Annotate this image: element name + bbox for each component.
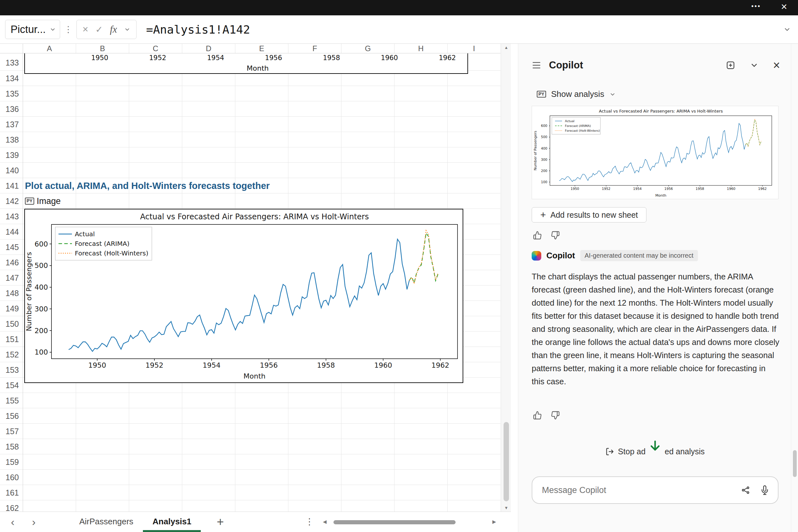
svg-text:Month: Month: [656, 193, 667, 197]
row-header[interactable]: 142: [0, 193, 23, 209]
scroll-to-bottom-arrow-icon[interactable]: [649, 439, 662, 454]
row-header[interactable]: 143: [0, 209, 23, 224]
sheet-tab-airpassengers[interactable]: AirPassengers: [70, 512, 143, 532]
hamburger-menu-icon[interactable]: [532, 60, 541, 70]
window-close-icon[interactable]: ×: [781, 1, 787, 13]
row-header[interactable]: 160: [0, 470, 23, 485]
row-header[interactable]: 147: [0, 270, 23, 285]
column-header[interactable]: C: [129, 44, 182, 53]
enter-check-icon[interactable]: ✓: [95, 24, 102, 35]
thumbs-down-icon[interactable]: [551, 411, 560, 420]
column-header[interactable]: E: [235, 44, 288, 53]
chevron-down-icon[interactable]: [124, 26, 130, 33]
sheet-menu-kebab-icon[interactable]: ⋮: [305, 512, 314, 532]
ai-skills-icon[interactable]: [741, 485, 750, 495]
cell-heading-text[interactable]: Plot actual, ARIMA, and Holt-Winters for…: [25, 178, 270, 193]
svg-text:1952: 1952: [146, 361, 164, 369]
row-header[interactable]: 139: [0, 147, 23, 163]
row-header[interactable]: 140: [0, 163, 23, 178]
vertical-scrollbar-thumb[interactable]: [504, 422, 509, 501]
chevron-down-icon[interactable]: [749, 60, 759, 70]
add-results-button[interactable]: + Add results to new sheet: [532, 207, 646, 223]
sheet-tab-analysis1[interactable]: Analysis1: [143, 512, 201, 532]
row-header[interactable]: 161: [0, 485, 23, 500]
row-header[interactable]: 157: [0, 424, 23, 439]
name-box-value: Pictur...: [11, 23, 46, 36]
row-header[interactable]: 152: [0, 347, 23, 362]
formula-bar-kebab-icon[interactable]: ⋮: [64, 24, 73, 35]
add-sheet-button[interactable]: +: [217, 512, 224, 532]
row-header[interactable]: 155: [0, 393, 23, 408]
column-header[interactable]: H: [395, 44, 448, 53]
horizontal-scrollbar-thumb[interactable]: [334, 520, 456, 524]
previous-chart-partial[interactable]: Month 1950195219541956195819601962: [24, 53, 468, 74]
svg-text:Number of Passengers: Number of Passengers: [25, 252, 33, 331]
window-more-icon[interactable]: •••: [751, 3, 761, 10]
thumbs-up-icon[interactable]: [533, 411, 542, 420]
thumbs-up-icon[interactable]: [533, 231, 542, 240]
cancel-icon[interactable]: ×: [82, 24, 88, 35]
show-analysis-label: Show analysis: [551, 89, 604, 99]
chart-thumbnail-card[interactable]: 1002003004005006001950195219541956195819…: [532, 106, 779, 199]
row-header[interactable]: 144: [0, 224, 23, 240]
row-header[interactable]: 150: [0, 316, 23, 331]
column-header[interactable]: D: [182, 44, 235, 53]
column-header[interactable]: A: [23, 44, 76, 53]
vertical-scrollbar[interactable]: ▲ ▼: [501, 44, 511, 512]
row-header[interactable]: 159: [0, 454, 23, 470]
thumbs-down-icon[interactable]: [551, 231, 560, 240]
row-header[interactable]: 135: [0, 86, 23, 101]
scroll-left-icon[interactable]: ◀: [323, 512, 327, 532]
panel-scrollbar-thumb[interactable]: [793, 450, 797, 477]
row-header[interactable]: 146: [0, 255, 23, 270]
select-all-corner[interactable]: [0, 44, 23, 53]
scroll-down-icon[interactable]: ▼: [501, 506, 511, 510]
row-header[interactable]: 145: [0, 240, 23, 255]
column-header[interactable]: B: [76, 44, 129, 53]
formula-input[interactable]: =Analysis1!A142: [146, 23, 250, 36]
scroll-up-icon[interactable]: ▲: [501, 45, 511, 50]
microphone-icon[interactable]: [760, 485, 770, 495]
column-header[interactable]: G: [341, 44, 395, 53]
row-header[interactable]: 162: [0, 500, 23, 512]
column-header[interactable]: F: [288, 44, 341, 53]
close-panel-icon[interactable]: ×: [773, 60, 780, 70]
scroll-right-icon[interactable]: ▶: [492, 512, 496, 532]
svg-text:100: 100: [541, 180, 547, 184]
row-header[interactable]: 137: [0, 117, 23, 132]
svg-text:Month: Month: [244, 372, 266, 380]
prev-sheet-icon[interactable]: ‹: [11, 512, 14, 532]
copilot-message-input[interactable]: Message Copilot: [532, 476, 779, 504]
next-sheet-icon[interactable]: ›: [32, 512, 36, 532]
show-analysis-control[interactable]: PY Show analysis: [537, 89, 616, 99]
grid-body[interactable]: 1331341351361371381391401411421431441451…: [0, 53, 511, 512]
svg-text:Forecast (Holt-Winters): Forecast (Holt-Winters): [565, 129, 600, 132]
row-header[interactable]: 154: [0, 378, 23, 393]
svg-text:Actual vs Forecasted Air Passe: Actual vs Forecasted Air Passengers: ARI…: [140, 212, 368, 221]
row-header[interactable]: 136: [0, 101, 23, 117]
row-header[interactable]: 138: [0, 132, 23, 147]
row-header[interactable]: 148: [0, 285, 23, 301]
name-box[interactable]: Pictur...: [5, 20, 60, 39]
row-header[interactable]: 158: [0, 439, 23, 454]
row-header[interactable]: 133: [0, 53, 23, 71]
spreadsheet-area: ABCDEFGHI 133134135136137138139140141142…: [0, 44, 511, 512]
stop-analysis-button[interactable]: Stop ad ed analysis: [532, 444, 779, 459]
new-chat-icon[interactable]: [726, 60, 735, 70]
formula-bar-expand-icon[interactable]: [783, 25, 791, 35]
column-header[interactable]: I: [448, 44, 501, 53]
insert-function-icon[interactable]: fx: [110, 24, 117, 35]
forecast-chart[interactable]: 1002003004005006001950195219541956195819…: [24, 209, 463, 383]
row-header[interactable]: 141: [0, 178, 23, 193]
row-header[interactable]: 151: [0, 331, 23, 347]
row-header[interactable]: 156: [0, 408, 23, 424]
row-header[interactable]: 153: [0, 362, 23, 378]
row-header[interactable]: 149: [0, 301, 23, 316]
python-badge-icon: PY: [537, 91, 546, 97]
svg-text:Actual: Actual: [565, 119, 574, 123]
row-headers: 1331341351361371381391401411421431441451…: [0, 53, 23, 512]
panel-scrollbar[interactable]: [791, 44, 798, 532]
chevron-down-icon: [50, 26, 56, 33]
cell-python-image[interactable]: PY Image: [25, 193, 61, 209]
row-header[interactable]: 134: [0, 71, 23, 86]
